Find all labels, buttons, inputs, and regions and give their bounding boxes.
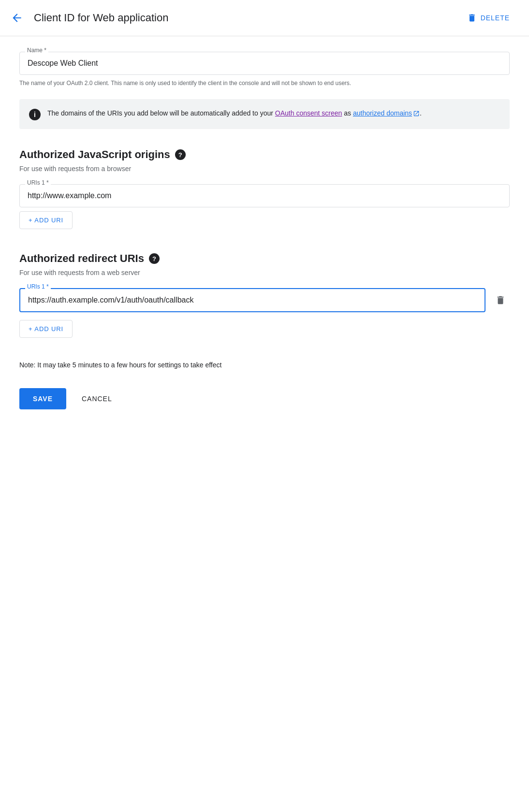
authorized-domains-link[interactable]: authorized domains [353, 109, 420, 117]
info-text-before: The domains of the URIs you add below wi… [47, 109, 275, 117]
main-content: Name * The name of your OAuth 2.0 client… [0, 36, 529, 429]
back-button[interactable] [8, 9, 26, 27]
js-origins-section: Authorized JavaScript origins ? For use … [19, 148, 510, 229]
js-origins-title-row: Authorized JavaScript origins ? [19, 148, 510, 161]
info-box-text: The domains of the URIs you add below wi… [47, 108, 422, 118]
redirect-add-uri-label: + ADD URI [29, 325, 63, 333]
js-origins-title: Authorized JavaScript origins [19, 148, 170, 161]
cancel-button[interactable]: CANCEL [70, 388, 124, 409]
js-origins-subtitle: For use with requests from a browser [19, 165, 510, 173]
name-field-container: Name * [19, 52, 510, 75]
info-box: i The domains of the URIs you add below … [19, 99, 510, 129]
js-uri-label: URIs 1 * [25, 179, 51, 186]
redirect-uri-delete-button[interactable] [491, 291, 510, 309]
footer-section: Note: It may take 5 minutes to a few hou… [19, 361, 510, 409]
js-uri-field-container: URIs 1 * [19, 184, 510, 207]
name-description: The name of your OAuth 2.0 client. This … [19, 79, 510, 87]
page-header: Client ID for Web application DELETE [0, 0, 529, 36]
footer-note: Note: It may take 5 minutes to a few hou… [19, 361, 510, 369]
footer-actions: SAVE CANCEL [19, 388, 510, 409]
js-add-uri-label: + ADD URI [29, 217, 63, 224]
redirect-uri-row: URIs 1 * [19, 288, 510, 312]
name-label: Name * [25, 47, 48, 54]
redirect-uri-input[interactable] [19, 288, 485, 312]
redirect-add-uri-button[interactable]: + ADD URI [19, 320, 73, 338]
delete-button[interactable]: DELETE [461, 9, 515, 27]
save-button[interactable]: SAVE [19, 388, 66, 409]
name-section: Name * The name of your OAuth 2.0 client… [19, 52, 510, 87]
info-icon: i [29, 109, 41, 120]
redirect-uris-title-row: Authorized redirect URIs ? [19, 252, 510, 265]
redirect-uris-help-icon[interactable]: ? [149, 253, 160, 264]
redirect-uris-title: Authorized redirect URIs [19, 252, 144, 265]
page-title: Client ID for Web application [34, 12, 168, 24]
delete-label: DELETE [481, 14, 510, 22]
info-text-after: . [420, 109, 422, 117]
name-input[interactable] [19, 52, 510, 75]
js-add-uri-button[interactable]: + ADD URI [19, 211, 73, 229]
header-left: Client ID for Web application [8, 9, 168, 27]
info-text-middle: as [342, 109, 353, 117]
redirect-uris-section: Authorized redirect URIs ? For use with … [19, 252, 510, 338]
svg-text:i: i [34, 111, 36, 118]
redirect-uris-subtitle: For use with requests from a web server [19, 269, 510, 276]
js-uri-input[interactable] [19, 184, 510, 207]
redirect-uri-field-container: URIs 1 * [19, 288, 485, 312]
oauth-consent-link[interactable]: OAuth consent screen [275, 109, 342, 117]
js-origins-help-icon[interactable]: ? [175, 149, 186, 160]
redirect-uri-label: URIs 1 * [25, 283, 51, 290]
